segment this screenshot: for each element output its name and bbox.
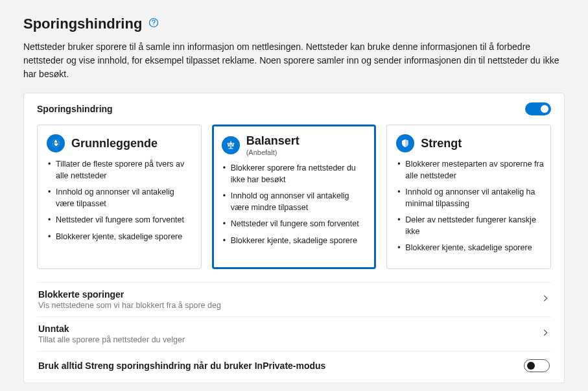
tracking-level-card-strict[interactable]: StrengtBlokkerer mesteparten av sporerne… xyxy=(386,124,551,269)
scales-icon xyxy=(222,136,240,154)
card-bullet: Blokkerer kjente, skadelige sporere xyxy=(47,231,194,243)
exceptions-subtitle: Tillat alle sporere på nettsteder du vel… xyxy=(38,335,185,344)
card-bullet: Deler av nettsteder fungerer kanskje ikk… xyxy=(396,215,544,237)
card-bullet: Innhold og annonser vil antakelig være t… xyxy=(47,187,194,209)
card-bullet: Nettsteder vil fungere som forventet xyxy=(47,215,194,226)
card-bullet: Innhold og annonser vil antakelig ha min… xyxy=(396,187,544,209)
tracking-level-card-basic[interactable]: GrunnleggendeTillater de fleste sporere … xyxy=(37,124,202,269)
chevron-right-icon xyxy=(541,294,550,305)
card-title: Grunnleggende xyxy=(71,137,158,150)
blocked-trackers-subtitle: Vis nettstedene som vi har blokkert fra … xyxy=(38,301,221,310)
shield-icon xyxy=(396,134,414,152)
tracking-prevention-toggle[interactable] xyxy=(525,102,551,115)
page-title: Sporingshindring xyxy=(23,16,142,32)
blocked-trackers-title: Blokkerte sporinger xyxy=(38,289,221,300)
svg-point-1 xyxy=(154,25,154,25)
card-bullet: Blokkerer mesteparten av sporerne fra al… xyxy=(396,159,544,182)
inprivate-strict-title: Bruk alltid Streng sporingshindring når … xyxy=(38,361,325,371)
tracking-prevention-panel: Sporingshindring GrunnleggendeTillater d… xyxy=(23,93,565,383)
card-bullet: Blokkerer kjente, skadelige sporere xyxy=(222,235,370,247)
card-bullet: Nettsteder vil fungere som forventet xyxy=(222,219,370,230)
inprivate-strict-toggle[interactable] xyxy=(524,359,550,372)
svg-point-4 xyxy=(231,145,234,147)
svg-point-3 xyxy=(228,145,230,147)
card-title: Strengt xyxy=(421,137,462,150)
card-bullet: Innhold og annonser vil antakelig være m… xyxy=(222,191,370,213)
card-bullet: Blokkerer sporere fra nettsteder du ikke… xyxy=(222,163,370,185)
blocked-trackers-row[interactable]: Blokkerte sporinger Vis nettstedene som … xyxy=(37,282,551,316)
help-icon[interactable] xyxy=(148,18,159,30)
inprivate-strict-row: Bruk alltid Streng sporingshindring når … xyxy=(37,351,551,375)
exceptions-title: Unntak xyxy=(38,324,185,334)
card-bullet: Tillater de fleste sporere på tvers av a… xyxy=(47,159,194,182)
card-subtitle: (Anbefalt) xyxy=(246,148,300,156)
panel-title: Sporingshindring xyxy=(37,104,113,114)
card-title: Balansert xyxy=(246,134,300,148)
chevron-right-icon xyxy=(541,328,550,340)
tracking-level-card-balanced[interactable]: Balansert(Anbefalt)Blokkerer sporere fra… xyxy=(212,124,377,269)
card-bullet: Blokkerer kjente, skadelige sporere xyxy=(396,243,544,254)
globe-icon xyxy=(47,134,65,152)
exceptions-row[interactable]: Unntak Tillat alle sporere på nettsteder… xyxy=(37,316,551,351)
page-description: Nettsteder bruker sporere til å samle in… xyxy=(23,40,561,81)
